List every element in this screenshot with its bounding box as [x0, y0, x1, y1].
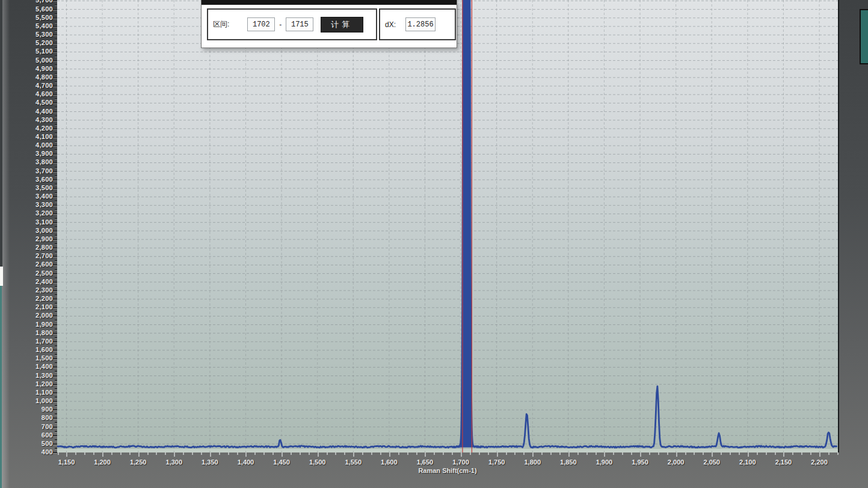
y-tick-label: 4,300: [0, 116, 53, 123]
y-axis-tick: [53, 239, 57, 240]
x-axis-tick: [254, 452, 256, 455]
y-tick-label: 1,300: [0, 372, 53, 379]
right-edge-panel-fragment: [860, 9, 868, 64]
interval-from-input[interactable]: [247, 17, 275, 31]
x-axis-tick: [550, 452, 552, 455]
y-axis-tick: [55, 354, 57, 355]
y-axis-tick: [55, 439, 57, 440]
y-tick-label: 4,000: [0, 141, 53, 149]
y-tick-label: 2,500: [0, 270, 53, 277]
y-axis-tick: [55, 107, 57, 108]
x-axis-tick: [416, 452, 417, 455]
y-tick-label: 400: [0, 448, 53, 456]
y-axis-tick: [53, 102, 57, 103]
x-tick-label: 1,200: [84, 459, 120, 466]
x-axis-tick: [398, 452, 399, 455]
x-axis-tick: [461, 452, 462, 457]
x-tick-label: 2,050: [694, 459, 730, 466]
y-tick-label: 3,200: [0, 209, 53, 217]
y-tick-label: 3,900: [0, 150, 53, 157]
y-axis-tick: [53, 69, 57, 70]
x-axis-tick: [407, 452, 408, 455]
y-tick-label: 1,200: [0, 380, 53, 388]
x-axis-tick: [497, 452, 498, 457]
y-axis-tick: [53, 264, 57, 265]
calculate-button[interactable]: 计算: [321, 17, 363, 32]
y-tick-label: 2,800: [0, 244, 53, 251]
y-axis-tick: [53, 247, 57, 249]
y-tick-label: 1,100: [0, 389, 53, 396]
x-axis-tick: [514, 452, 516, 455]
y-axis-tick: [53, 85, 57, 87]
y-tick-label: 900: [0, 406, 53, 413]
x-axis-tick: [344, 452, 345, 455]
y-axis-tick: [53, 375, 57, 377]
y-axis-tick: [53, 196, 57, 197]
y-axis-tick: [55, 175, 57, 176]
x-axis-tick: [75, 452, 76, 455]
peak-interval-dialog[interactable]: 区间: - 计算 dX:: [201, 0, 457, 48]
y-axis-tick: [53, 443, 57, 445]
interval-to-input[interactable]: [286, 17, 313, 31]
x-tick-label: 1,950: [622, 459, 658, 466]
y-tick-label: 2,300: [0, 286, 53, 294]
y-axis-tick: [55, 294, 57, 295]
spectrum-svg: [57, 0, 838, 452]
y-tick-label: 5,700: [0, 0, 53, 4]
x-tick-label: 1,600: [371, 459, 407, 466]
y-axis-tick: [55, 277, 57, 279]
y-axis-tick: [55, 286, 57, 287]
x-tick-label: 1,850: [550, 459, 586, 466]
x-axis-tick: [443, 452, 444, 455]
x-axis-tick: [327, 452, 328, 455]
y-axis-tick: [55, 149, 57, 150]
left-window-edge-white-segment: [0, 267, 3, 286]
y-axis-tick: [55, 124, 57, 125]
x-tick-label: 1,350: [192, 459, 228, 466]
y-tick-label: 1,700: [0, 338, 53, 345]
y-axis-tick: [53, 256, 57, 257]
x-axis-tick: [658, 452, 659, 455]
y-axis-tick: [55, 30, 57, 31]
dialog-body: 区间: - 计算 dX:: [202, 5, 457, 48]
y-tick-label: 4,400: [0, 108, 53, 115]
y-tick-label: 4,100: [0, 133, 53, 140]
y-axis-tick: [55, 158, 57, 159]
y-axis-tick: [53, 51, 57, 52]
x-tick-label: 1,550: [335, 459, 371, 466]
y-axis-tick: [55, 260, 57, 261]
x-axis-tick: [766, 452, 767, 455]
x-axis-tick: [165, 452, 166, 455]
dx-value-input[interactable]: [405, 17, 436, 31]
y-tick-label: 1,600: [0, 346, 53, 353]
x-axis-tick: [120, 452, 122, 455]
y-axis-tick: [55, 320, 57, 321]
y-axis-tick: [55, 132, 57, 134]
y-axis-tick: [53, 111, 57, 113]
spectrum-plot-area[interactable]: [57, 0, 839, 452]
x-axis-tick: [604, 452, 605, 457]
x-axis-tick: [210, 452, 211, 457]
dialog-titlebar[interactable]: [202, 0, 457, 5]
x-tick-label: 2,100: [730, 459, 766, 466]
y-axis-tick: [55, 252, 57, 253]
y-axis-tick: [53, 409, 57, 410]
dx-label: dX:: [385, 20, 396, 29]
x-axis-tick: [470, 452, 471, 455]
x-axis-tick: [452, 452, 453, 455]
y-axis-tick: [55, 380, 57, 381]
y-axis-tick: [53, 137, 57, 138]
x-tick-label: 1,400: [227, 459, 263, 466]
x-axis-tick: [282, 452, 283, 457]
y-tick-label: 5,600: [0, 5, 53, 13]
x-axis-tick: [318, 452, 319, 457]
y-axis-tick: [53, 17, 57, 19]
y-axis-tick: [53, 418, 57, 419]
x-axis-tick: [362, 452, 363, 455]
y-axis-tick: [55, 362, 57, 363]
y-axis-tick: [53, 171, 57, 172]
y-axis-tick: [55, 73, 57, 74]
y-tick-label: 1,800: [0, 329, 53, 336]
x-tick-label: 2,200: [801, 459, 837, 466]
y-tick-label: 700: [0, 423, 53, 430]
